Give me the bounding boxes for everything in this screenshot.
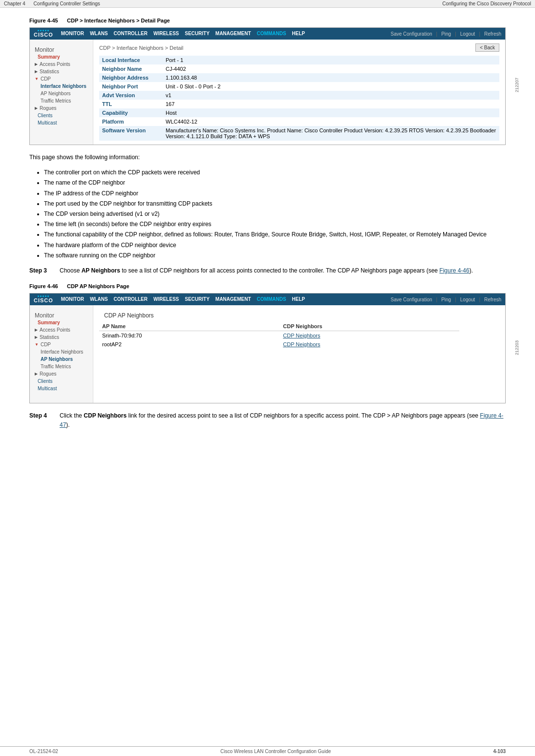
save-config-46[interactable]: Save Configuration [390,297,432,302]
ap-row-cdp-0[interactable]: CDP Neighbors [280,331,459,340]
nav-controller-45[interactable]: CONTROLLER [114,31,148,37]
ap-label-46: Access Points [40,327,70,333]
ping-46[interactable]: Ping [441,297,451,302]
navbar-left-46: CISCO MONITOR WLANS CONTROLLER WIRELESS … [34,295,305,303]
step3-content: Choose AP Neighbors to see a list of CDP… [60,266,506,275]
sidebar-ap-45[interactable]: ▶ Access Points [30,61,93,68]
fig46-number: 212203 [514,340,519,355]
logout-45[interactable]: Logout [460,31,475,37]
step4-block: Step 4 Click the CDP Neighbors link for … [29,411,506,430]
detail-value-4: v1 [163,91,499,100]
nav-menu-46[interactable]: MONITOR WLANS CONTROLLER WIRELESS SECURI… [61,296,305,302]
footer-center: Cisco Wireless LAN Controller Configurat… [220,749,331,754]
detail-label-5: TTL [99,100,163,108]
detail-value-0: Port - 1 [163,56,499,64]
bullet-item-4: The CDP version being advertised (v1 or … [44,210,506,219]
breadcrumb-row-45: CDP > Interface Neighbors > Detail < Bac… [99,43,499,52]
sidebar-traffic-metrics-46[interactable]: Traffic Metrics [30,363,93,370]
sidebar-45: Monitor Summary ▶ Access Points ▶ Statis… [30,40,93,145]
footer-left: OL-21524-02 [29,749,58,754]
detail-value-1: CJ-4402 [163,64,499,73]
sidebar-summary-45[interactable]: Summary [30,53,93,61]
nav-commands-46[interactable]: COMMANDS [257,296,286,302]
sidebar-ap-neighbors-45[interactable]: AP Neighbors [30,90,93,97]
figure46-caption: Figure 4-46 CDP AP Neighbors Page [29,283,506,289]
nav-wlans-45[interactable]: WLANS [90,31,108,37]
nav-wireless-46[interactable]: WIRELESS [153,296,179,302]
sidebar-stats-46[interactable]: ▶ Statistics [30,334,93,341]
cdp-ap-title: CDP AP Neighbors [99,309,499,322]
step4-label: Step 4 [29,411,54,430]
stats-label-45: Statistics [40,69,59,74]
figure45-frame: CISCO MONITOR WLANS CONTROLLER WIRELESS … [29,27,506,145]
sidebar-monitor-label-45: Monitor [30,43,93,53]
step3-link[interactable]: Figure 4-46 [439,267,469,274]
sidebar-multicast-46[interactable]: Multicast [30,385,93,392]
nav-commands-45[interactable]: COMMANDS [257,31,286,37]
nav-security-45[interactable]: SECURITY [185,31,210,37]
sidebar-rogues-45[interactable]: ▶ Rogues [30,105,93,112]
detail-label-2: Neighbor Address [99,73,163,82]
sidebar-cdp-46[interactable]: ▼ CDP [30,341,93,348]
detail-value-6: Host [163,108,499,117]
sidebar-traffic-metrics-45[interactable]: Traffic Metrics [30,97,93,105]
sidebar-stats-45[interactable]: ▶ Statistics [30,68,93,75]
main-content: Figure 4-45 CDP > Interface Neighbors > … [0,8,535,447]
navbar-right-45: Save Configuration | Ping | Logout | Ref… [390,31,501,37]
cisco-logo-45: CISCO [34,30,53,38]
main-panel-46: CDP AP Neighbors AP Name CDP Neighbors S… [93,305,505,403]
screenshot-content-46: Monitor Summary ▶ Access Points ▶ Statis… [30,305,505,403]
navbar-right-46: Save Configuration | Ping | Logout | Ref… [390,297,501,302]
cisco-dots-46 [38,295,49,297]
nav-monitor-46[interactable]: MONITOR [61,296,84,302]
ping-45[interactable]: Ping [441,31,451,37]
step4-text-end: ). [66,421,69,428]
sidebar-summary-46[interactable]: Summary [30,319,93,326]
detail-value-5: 167 [163,100,499,108]
ap-table-46: AP Name CDP Neighbors Srinath-70:9d:70CD… [99,322,459,349]
nav-help-46[interactable]: HELP [292,296,305,302]
nav-wireless-45[interactable]: WIRELESS [153,31,179,37]
logout-46[interactable]: Logout [460,297,475,302]
bullet-item-3: The port used by the CDP neighbor for tr… [44,199,506,209]
page-header: Chapter 4 Configuring Controller Setting… [0,0,535,8]
step3-label: Step 3 [29,266,54,275]
back-button-45[interactable]: < Back [475,43,499,52]
rogues-label-45: Rogues [40,105,56,111]
detail-label-6: Capability [99,108,163,117]
sidebar-cdp-45[interactable]: ▼ CDP [30,75,93,83]
cisco-dots [38,30,49,31]
nav-help-45[interactable]: HELP [292,31,305,37]
sidebar-interface-neighbors-45[interactable]: Interface Neighbors [30,83,93,90]
sidebar-ap-46[interactable]: ▶ Access Points [30,326,93,334]
dot3 [43,30,44,31]
sidebar-rogues-46[interactable]: ▶ Rogues [30,370,93,378]
nav-management-45[interactable]: MANAGEMENT [215,31,251,37]
sidebar-clients-46[interactable]: Clients [30,378,93,385]
sidebar-multicast-45[interactable]: Multicast [30,119,93,126]
sidebar-ap-neighbors-46[interactable]: AP Neighbors [30,356,93,363]
body-text-intro: This page shows the following informatio… [29,153,506,162]
nav-controller-46[interactable]: CONTROLLER [114,296,148,302]
save-config-45[interactable]: Save Configuration [390,31,432,37]
ap-row-cdp-1[interactable]: CDP Neighbors [280,340,459,349]
cdp-label-45: CDP [41,76,51,82]
bullet-item-0: The controller port on which the CDP pac… [44,168,506,177]
cdp-arrow-46: ▼ [35,342,39,347]
dot5 [47,30,49,31]
refresh-45[interactable]: Refresh [484,31,501,37]
nav-management-46[interactable]: MANAGEMENT [215,296,251,302]
nav-security-46[interactable]: SECURITY [185,296,210,302]
nav-monitor-45[interactable]: MONITOR [61,31,84,37]
sidebar-clients-45[interactable]: Clients [30,112,93,119]
bullet-item-7: The hardware platform of the CDP neighbo… [44,241,506,250]
bullet-list: The controller port on which the CDP pac… [44,168,506,260]
refresh-46[interactable]: Refresh [484,297,501,302]
nav-menu-45[interactable]: MONITOR WLANS CONTROLLER WIRELESS SECURI… [61,31,305,37]
nav-wlans-46[interactable]: WLANS [90,296,108,302]
fig45-number: 212207 [514,78,519,92]
sidebar-interface-neighbors-46[interactable]: Interface Neighbors [30,348,93,356]
bullet-item-2: The IP address of the CDP neighbor [44,189,506,198]
figure45-wrapper: CISCO MONITOR WLANS CONTROLLER WIRELESS … [29,27,506,153]
rogues-label-46: Rogues [40,371,56,377]
